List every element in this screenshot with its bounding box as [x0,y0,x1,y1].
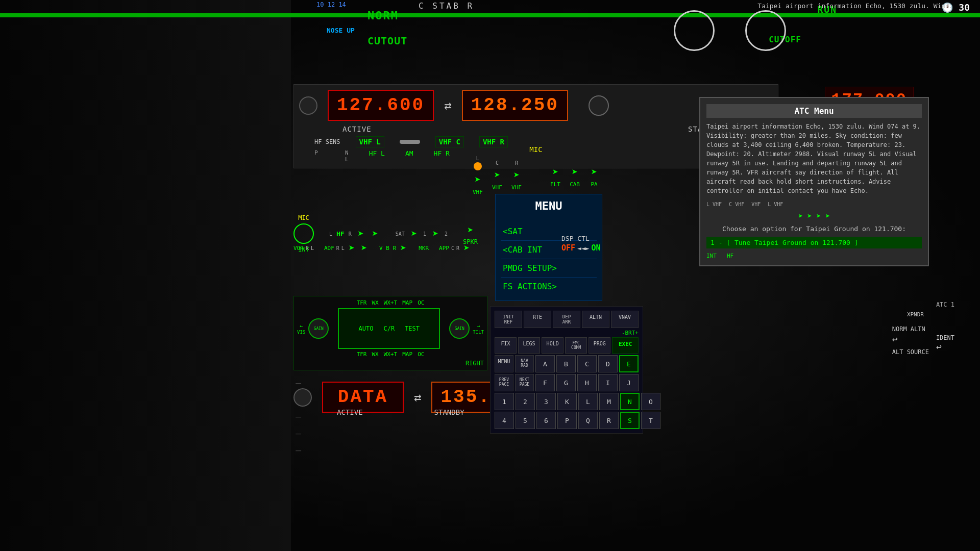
key-n[interactable]: N [620,393,640,410]
vor-label: VOR [293,245,304,252]
wx-test-btn[interactable]: TEST [405,325,420,332]
key-g[interactable]: G [556,374,576,391]
key-b[interactable]: B [556,355,576,372]
bottom-transfer-arrow[interactable]: ⇄ [414,390,421,405]
wxt-label-b: WX+T [384,351,398,358]
ident-label: IDENT [936,334,954,341]
wxt-label: WX+T [384,299,398,306]
right-gain-knob[interactable]: GAIN [449,318,470,339]
fmc-next-page[interactable]: NEXTPAGE [515,374,534,391]
adf-arrow-l[interactable]: ➤ [347,240,357,256]
brt-label: -BRT+ [622,330,639,336]
key-o[interactable]: O [641,393,660,410]
atc-option-1[interactable]: 1 - [ Tune Taipei Ground on 121.700 ] [706,237,922,248]
left-gain-knob[interactable]: GAIN [308,318,329,339]
fmc-prev-page[interactable]: PREVPAGE [495,374,513,391]
key-k[interactable]: K [557,393,577,410]
fmc-hold[interactable]: HOLD [542,337,564,354]
cab-arrow[interactable]: ➤ [570,164,580,180]
key-p[interactable]: P [557,412,577,429]
norm-altn-section: NORM ALTN ↩ ALT SOURCE [892,325,929,356]
map-label-b: MAP [402,351,412,358]
key-s[interactable]: S [620,412,640,429]
menu-title: MENU [501,199,597,212]
vor-group: VOR R L [293,245,314,252]
mic-flt: ➤ FLT [550,164,560,188]
wx-panel: TFR WX WX+T MAP OC ← VIS GAIN AUTO C/R T… [293,296,487,370]
left-knob[interactable] [299,96,317,115]
vbr-arrow[interactable]: ➤ [398,240,408,256]
vbr-section: V B R ➤ [379,240,408,256]
tilt-right-label: TILT [473,330,484,335]
fmc-rte[interactable]: RTE [524,311,551,328]
wx-controls: ← VIS GAIN AUTO C/R TEST GAIN → TILT [297,308,484,349]
key-h[interactable]: H [577,374,597,391]
key-t[interactable]: T [641,412,660,429]
adf-arrow-r[interactable]: ➤ [359,240,369,256]
wx-cr-btn[interactable]: C/R [383,325,395,332]
key-l[interactable]: L [578,393,598,410]
vhf-c-arrow[interactable]: ➤ [492,167,502,183]
spkr-arrow[interactable]: ➤ [465,222,475,238]
key-1[interactable]: 1 [495,393,514,410]
mic-vhf-c: C ➤ VHF [492,160,502,191]
norm-label: NORM [368,9,399,22]
flt-arrow[interactable]: ➤ [550,164,560,180]
fmc-vnav[interactable]: VNAV [611,311,639,328]
right-label: RIGHT [297,360,484,367]
key-d[interactable]: D [598,355,618,372]
key-c[interactable]: C [577,355,597,372]
gain-left-label: ← [300,323,303,329]
fmc-fix[interactable]: FIX [495,337,517,354]
fmc-exec[interactable]: EXEC [612,337,639,354]
wx-label: WX [372,299,379,306]
hf-sens-label: HF SENS [314,138,340,145]
oc-label-b: OC [418,351,424,358]
vhf-slider[interactable] [400,140,420,144]
menu-fs-actions[interactable]: FS ACTIONS> [501,278,597,295]
key-m[interactable]: M [599,393,619,410]
key-a[interactable]: A [535,355,555,372]
key-j[interactable]: J [619,374,639,391]
fmc-menu[interactable]: MENU [495,355,513,372]
key-q[interactable]: Q [578,412,598,429]
fmc-legs[interactable]: LEGS [518,337,540,354]
fmc-fmc-comm[interactable]: FMCCOMM [565,337,587,354]
fmc-prog[interactable]: PROG [589,337,610,354]
oc-label: OC [418,299,424,306]
gain-left-group: ← VIS [297,323,305,335]
gauge-left [674,10,715,51]
fmc-init-ref[interactable]: INITREF [495,311,522,328]
wx-auto-btn[interactable]: AUTO [359,325,374,332]
fmc-dep-arr[interactable]: DEPARR [553,311,580,328]
fmc-altn[interactable]: ALTN [582,311,609,328]
key-6[interactable]: 6 [536,412,556,429]
bottom-left-knob[interactable] [293,388,312,407]
fmc-nav-rad[interactable]: NAVRAD [515,355,534,372]
key-e[interactable]: E [619,355,639,372]
key-3[interactable]: 3 [536,393,556,410]
transfer-arrow[interactable]: ⇄ [444,98,451,113]
key-5[interactable]: 5 [516,412,535,429]
fmc-row1: INITREF RTE DEPARR ALTN VNAV [495,311,639,328]
key-i[interactable]: I [598,374,618,391]
vhf-l-arrow[interactable]: ➤ [473,171,483,188]
active-freq-display: 127.600 [328,90,434,121]
ident-section: IDENT ↩ [936,334,954,352]
hf-label-2: HF [336,230,345,238]
key-f[interactable]: F [535,374,555,391]
active-label: ACTIVE [342,125,372,133]
key-2[interactable]: 2 [516,393,535,410]
pa-arrow[interactable]: ➤ [589,164,599,180]
key-4[interactable]: 4 [495,412,514,429]
vhf-r-arrow[interactable]: ➤ [511,167,522,183]
menu-pmdg-setup[interactable]: PMDG SETUP> [501,259,597,278]
key-r[interactable]: R [599,412,619,429]
right-freq-knob[interactable] [589,95,609,116]
vbr-label: V B R [379,245,396,252]
fmc-row3: MENU NAVRAD A B C D E [495,355,639,372]
atc-mini-radio: L VHF C VHF VHF L VHF [706,202,922,207]
off-on-row: OFF ◄◄► ON [561,243,601,253]
app-arrow[interactable]: ➤ [461,240,472,256]
atc-menu-panel: ATC Menu Taipei airport information Echo… [699,97,929,266]
